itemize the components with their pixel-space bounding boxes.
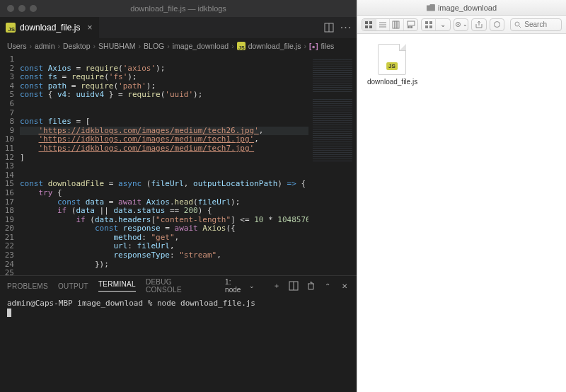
terminal-session-label: 1: node bbox=[225, 278, 246, 294]
vscode-window: download_file.js — idkblogs JS download_… bbox=[0, 0, 357, 392]
svg-rect-5 bbox=[369, 21, 372, 24]
split-terminal-icon[interactable] bbox=[289, 281, 299, 291]
svg-rect-16 bbox=[410, 26, 412, 28]
svg-rect-20 bbox=[429, 25, 432, 28]
svg-rect-14 bbox=[408, 21, 415, 25]
terminal-cursor bbox=[7, 309, 11, 317]
finder-window: image_download ⌄ ⌄ bbox=[357, 0, 566, 392]
finder-title: image_download bbox=[438, 4, 497, 12]
finder-titlebar: image_download bbox=[357, 0, 566, 16]
action-gear-icon[interactable]: ⌄ bbox=[454, 18, 469, 31]
bottom-panel: Problems Output Terminal Debug Console 1… bbox=[0, 275, 357, 392]
symbol-array-icon: [∘] bbox=[309, 42, 318, 50]
tags-icon[interactable] bbox=[490, 18, 505, 31]
arrange-segment[interactable]: ⌄ bbox=[421, 18, 450, 31]
min-dot[interactable] bbox=[18, 5, 25, 12]
split-editor-icon[interactable] bbox=[324, 23, 334, 33]
tab-filename: download_file.js bbox=[20, 23, 80, 33]
editor-tab-active[interactable]: JS download_file.js × bbox=[0, 17, 100, 38]
search-input[interactable] bbox=[524, 21, 558, 28]
trash-icon[interactable] bbox=[306, 281, 316, 291]
gallery-view-icon[interactable] bbox=[404, 19, 418, 30]
terminal-body[interactable]: admin@Caps-MBP image_download % node dow… bbox=[0, 296, 357, 392]
terminal-line: admin@Caps-MBP image_download % node dow… bbox=[7, 299, 350, 308]
minimap[interactable] bbox=[308, 54, 357, 275]
max-dot[interactable] bbox=[30, 5, 37, 12]
file-label: download_file.js bbox=[367, 78, 417, 86]
line-gutter: 1234567891011121314151617181920212223242… bbox=[0, 54, 20, 275]
icon-view-icon[interactable] bbox=[362, 19, 376, 30]
list-view-icon[interactable] bbox=[376, 19, 391, 30]
finder-body[interactable]: JS download_file.js bbox=[357, 34, 566, 392]
file-item[interactable]: JS download_file.js bbox=[367, 44, 417, 86]
panel-tab-output[interactable]: Output bbox=[58, 282, 88, 290]
crumb[interactable]: Users bbox=[7, 42, 26, 50]
chevron-down-icon[interactable]: ⌄ bbox=[436, 19, 450, 30]
more-icon[interactable]: ··· bbox=[341, 23, 351, 33]
svg-rect-13 bbox=[397, 21, 399, 28]
finder-search[interactable] bbox=[510, 18, 562, 31]
svg-point-24 bbox=[515, 22, 519, 26]
finder-toolbar: ⌄ ⌄ bbox=[357, 16, 566, 34]
svg-point-22 bbox=[457, 24, 458, 25]
code-editor[interactable]: 1234567891011121314151617181920212223242… bbox=[0, 54, 357, 275]
crumb-symbol[interactable]: files bbox=[321, 42, 335, 50]
folder-icon bbox=[427, 4, 435, 11]
svg-rect-6 bbox=[365, 25, 368, 28]
column-view-icon[interactable] bbox=[390, 19, 404, 30]
new-terminal-icon[interactable]: ＋ bbox=[272, 281, 282, 291]
breadcrumb[interactable]: Users› admin› Desktop› SHUBHAM› BLOG› im… bbox=[0, 38, 357, 54]
file-icon: JS bbox=[378, 44, 406, 75]
share-icon[interactable] bbox=[471, 18, 487, 31]
close-icon[interactable]: × bbox=[87, 23, 92, 33]
crumb[interactable]: image_download bbox=[173, 42, 229, 50]
js-icon: JS bbox=[237, 42, 246, 50]
svg-rect-19 bbox=[425, 25, 428, 28]
close-panel-icon[interactable]: ✕ bbox=[340, 281, 350, 291]
close-dot[interactable] bbox=[7, 5, 14, 12]
crumb[interactable]: SHUBHAM bbox=[98, 42, 136, 50]
crumb[interactable]: admin bbox=[35, 42, 55, 50]
panel-tab-debug[interactable]: Debug Console bbox=[146, 278, 205, 294]
chevron-down-icon: ⌄ bbox=[249, 282, 255, 289]
panel-tab-problems[interactable]: Problems bbox=[7, 282, 48, 290]
panel-tab-terminal[interactable]: Terminal bbox=[98, 280, 136, 292]
svg-rect-15 bbox=[408, 26, 410, 28]
search-icon bbox=[514, 21, 521, 28]
js-icon: JS bbox=[386, 62, 398, 70]
maximize-panel-icon[interactable]: ⌃ bbox=[323, 281, 333, 291]
svg-rect-7 bbox=[369, 25, 372, 28]
crumb[interactable]: BLOG bbox=[144, 42, 164, 50]
crumb[interactable]: Desktop bbox=[63, 42, 91, 50]
window-title: download_file.js — idkblogs bbox=[130, 4, 226, 13]
tab-actions: ··· bbox=[324, 17, 357, 38]
crumb-file[interactable]: download_file.js bbox=[248, 42, 301, 50]
group-icon[interactable] bbox=[422, 19, 436, 30]
window-titlebar: download_file.js — idkblogs bbox=[0, 0, 357, 17]
svg-rect-18 bbox=[429, 21, 432, 24]
code-body[interactable]: const Axios = require('axios');const fs … bbox=[20, 54, 357, 275]
terminal-selector[interactable]: 1: node ⌄ bbox=[225, 278, 255, 294]
js-icon: JS bbox=[6, 23, 16, 33]
editor-tabs: JS download_file.js × ··· bbox=[0, 17, 357, 38]
svg-rect-17 bbox=[425, 21, 428, 24]
window-traffic-lights[interactable] bbox=[7, 5, 37, 12]
svg-point-23 bbox=[495, 22, 500, 28]
svg-rect-4 bbox=[365, 21, 368, 24]
svg-line-25 bbox=[519, 26, 521, 28]
view-mode-segment[interactable] bbox=[362, 18, 418, 31]
